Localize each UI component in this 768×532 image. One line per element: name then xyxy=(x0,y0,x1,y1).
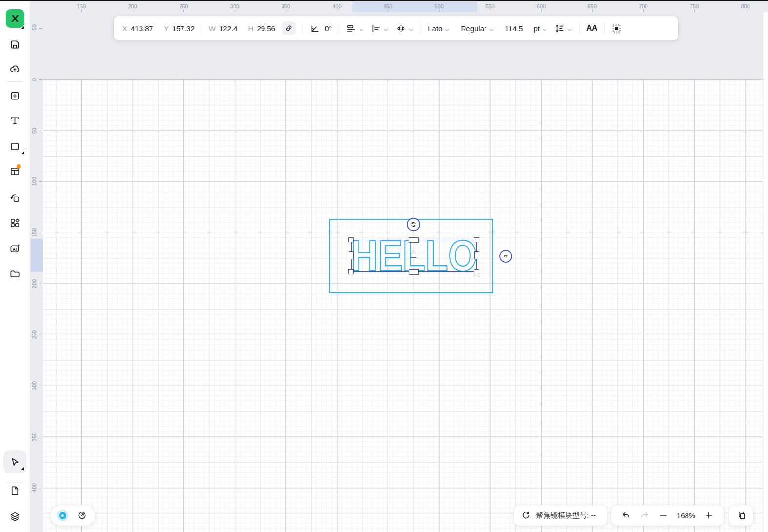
live-position-indicator[interactable] xyxy=(57,510,68,521)
layout-panel-button[interactable] xyxy=(5,161,25,181)
svg-text:AI: AI xyxy=(13,247,17,251)
shape-flyout-indicator xyxy=(21,151,24,154)
align-objects-dropdown[interactable] xyxy=(346,23,364,34)
x-label: X xyxy=(122,24,127,33)
document-work-area[interactable] xyxy=(43,79,763,532)
ruler-tick xyxy=(39,335,42,335)
navigate-to-origin-button[interactable] xyxy=(75,509,89,522)
copy-icon xyxy=(736,511,746,520)
layers-icon xyxy=(9,511,20,522)
redo-button[interactable] xyxy=(638,509,651,522)
rotation-value[interactable]: 0° xyxy=(325,24,332,33)
text-tool-button[interactable] xyxy=(5,111,25,130)
layers-button[interactable] xyxy=(5,507,25,526)
elements-library-button[interactable] xyxy=(5,213,25,233)
chevron-down-icon xyxy=(384,26,389,31)
text-case-button[interactable]: AA xyxy=(586,24,597,33)
refresh-module-button[interactable] xyxy=(521,509,531,522)
notification-dot xyxy=(17,164,21,169)
app-logo[interactable]: X xyxy=(6,9,24,28)
flip-dropdown[interactable] xyxy=(396,23,414,34)
ruler-tick xyxy=(39,79,42,80)
width-value[interactable]: 122.4 xyxy=(219,24,238,33)
add-element-button[interactable] xyxy=(5,86,25,105)
link-icon xyxy=(285,24,293,32)
font-size-value[interactable]: 114.5 xyxy=(505,24,523,33)
ruler-label-vertical: 300 xyxy=(31,381,37,390)
ruler-tick xyxy=(39,437,42,437)
selection-handle-top-middle[interactable] xyxy=(409,237,419,243)
ruler-label-horizontal: 250 xyxy=(179,3,188,9)
height-label: H xyxy=(248,24,254,33)
ruler-tick xyxy=(39,386,42,386)
selection-handle-top-left[interactable] xyxy=(348,237,354,242)
ruler-label-vertical: 150 xyxy=(31,228,37,237)
y-position-value[interactable]: 157.32 xyxy=(172,24,195,33)
chevron-down-icon xyxy=(445,26,450,31)
page-icon xyxy=(9,485,20,496)
vertical-scrollbar[interactable] xyxy=(763,12,768,532)
marquee-selection-button[interactable] xyxy=(611,23,622,34)
chevron-down-icon xyxy=(542,26,547,31)
ruler-tick xyxy=(592,10,593,12)
ruler-tick xyxy=(39,233,42,233)
cursor-icon xyxy=(9,456,20,468)
ruler-selection-highlight-horizontal xyxy=(352,1,477,12)
zoom-level-value[interactable]: 168% xyxy=(675,512,697,520)
font-weight-dropdown[interactable]: Regular xyxy=(461,24,494,33)
height-value[interactable]: 29.56 xyxy=(257,24,275,33)
module-model-text: 聚焦镜模块型号: -- xyxy=(536,511,596,520)
ruler-label-horizontal: 600 xyxy=(537,3,546,9)
copy-icon-wrap xyxy=(734,509,748,522)
zoom-out-button[interactable] xyxy=(656,509,670,522)
page-button[interactable] xyxy=(5,481,25,500)
x-position-value[interactable]: 413.87 xyxy=(131,24,153,33)
cloud-upload-icon xyxy=(9,63,20,75)
save-icon xyxy=(9,39,20,50)
files-button[interactable] xyxy=(5,264,25,283)
text-tool-icon xyxy=(9,115,20,126)
selection-handle-middle-left[interactable] xyxy=(349,251,354,259)
toolbar-divider xyxy=(421,23,421,34)
ruler-label-horizontal: 500 xyxy=(434,3,443,9)
y-label: Y xyxy=(164,24,169,33)
ruler-label-vertical: -50 xyxy=(31,24,37,32)
duplicate-tool-button[interactable] xyxy=(5,188,25,207)
ruler-tick xyxy=(235,10,235,12)
save-button[interactable] xyxy=(5,35,25,54)
lock-aspect-ratio-button[interactable] xyxy=(282,21,296,35)
ruler-horizontal xyxy=(31,1,768,12)
text-align-dropdown[interactable] xyxy=(371,23,389,34)
ruler-tick xyxy=(541,10,542,12)
distort-handle[interactable] xyxy=(499,250,512,263)
font-unit-value: pt xyxy=(533,24,540,33)
ai-icon: AI xyxy=(9,243,20,254)
selection-handle-center[interactable] xyxy=(411,253,416,258)
ruler-tick xyxy=(39,131,42,131)
selection-handle-middle-right[interactable] xyxy=(474,251,479,259)
selection-handle-bottom-right[interactable] xyxy=(474,269,479,274)
undo-button[interactable] xyxy=(619,509,633,522)
ai-tools-button[interactable]: AI xyxy=(5,238,25,258)
ruler-tick xyxy=(286,10,286,12)
elements-grid-icon xyxy=(9,217,20,229)
selection-handle-bottom-left[interactable] xyxy=(348,269,354,274)
line-height-dropdown[interactable] xyxy=(554,23,572,34)
ruler-tick xyxy=(39,284,42,284)
plus-icon xyxy=(704,511,714,520)
ruler-tick xyxy=(337,10,337,12)
duplicate-canvas-button[interactable] xyxy=(729,505,753,526)
font-family-dropdown[interactable]: Lato xyxy=(428,24,450,33)
selection-handle-bottom-middle[interactable] xyxy=(409,269,419,275)
sidebar: X AI xyxy=(0,1,30,532)
ruler-selection-highlight-vertical xyxy=(31,239,43,272)
app-window: X AI xyxy=(0,0,768,532)
ruler-label-vertical: 250 xyxy=(31,330,37,339)
ruler-label-horizontal: 800 xyxy=(741,3,749,9)
font-unit-dropdown[interactable]: pt xyxy=(533,24,547,33)
zoom-in-button[interactable] xyxy=(702,509,716,522)
cloud-upload-button[interactable] xyxy=(5,59,25,79)
rotate-handle[interactable] xyxy=(407,218,420,231)
selection-handle-top-right[interactable] xyxy=(474,237,479,242)
ruler-tick xyxy=(133,10,133,12)
